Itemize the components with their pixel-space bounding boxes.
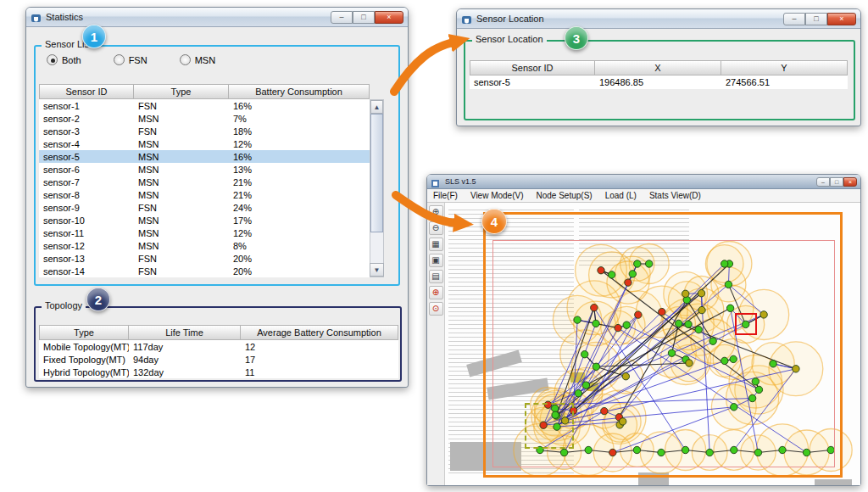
column-header[interactable]: X bbox=[595, 60, 721, 75]
select-area-icon[interactable]: ▦ bbox=[429, 238, 443, 251]
table-cell: FSN bbox=[134, 265, 229, 277]
table-row[interactable]: sensor-8MSN21% bbox=[39, 188, 370, 201]
sensor-table-scrollbar[interactable]: ▲ ▼ bbox=[370, 99, 384, 277]
sls-menubar: File(F)View Mode(V)Node Setup(S)Load (L)… bbox=[427, 189, 860, 203]
table-cell: MSN bbox=[134, 137, 229, 150]
table-cell: 94day bbox=[129, 353, 241, 366]
table-cell: 24% bbox=[229, 201, 370, 214]
java-app-icon bbox=[31, 12, 42, 23]
zoom-out-icon[interactable]: ⊖ bbox=[429, 221, 443, 235]
table-cell: 13% bbox=[229, 163, 370, 176]
table-cell: Fixed Topology(MT) bbox=[39, 353, 129, 366]
radio-msn[interactable]: MSN bbox=[180, 54, 215, 65]
table-row[interactable]: sensor-13FSN20% bbox=[39, 252, 370, 265]
table-row[interactable]: Hybrid Topology(MT)132day11 bbox=[39, 366, 398, 378]
table-cell: 20% bbox=[229, 252, 370, 265]
table-row[interactable]: Fixed Topology(MT)94day17 bbox=[39, 353, 398, 366]
table-cell: 20% bbox=[229, 265, 370, 277]
menu-node-setup-s[interactable]: Node Setup(S) bbox=[537, 191, 593, 200]
minimize-button[interactable]: – bbox=[331, 11, 353, 24]
topology-label: Topology bbox=[42, 300, 86, 310]
table-cell: sensor-5 bbox=[470, 75, 595, 89]
close-button[interactable]: × bbox=[375, 11, 403, 24]
map-canvas[interactable] bbox=[445, 203, 860, 485]
radio-label: FSN bbox=[129, 55, 147, 65]
menu-view-mode-v[interactable]: View Mode(V) bbox=[470, 191, 524, 200]
statistics-titlebar[interactable]: Statistics – □ × bbox=[26, 8, 408, 27]
column-header[interactable]: Sensor ID bbox=[470, 60, 595, 75]
table-row[interactable]: sensor-4MSN12% bbox=[39, 137, 370, 150]
table-cell: 17% bbox=[229, 214, 370, 226]
radio-dot-icon bbox=[47, 54, 58, 65]
column-header[interactable]: Sensor ID bbox=[39, 84, 134, 99]
maximize-button[interactable]: □ bbox=[353, 11, 375, 24]
radio-both[interactable]: Both bbox=[47, 54, 81, 65]
column-header[interactable]: Type bbox=[134, 84, 229, 99]
maximize-button[interactable]: □ bbox=[805, 13, 827, 25]
table-cell: FSN bbox=[134, 125, 229, 137]
menu-file-f[interactable]: File(F) bbox=[433, 191, 458, 200]
table-cell: MSN bbox=[134, 150, 229, 163]
menu-stats-view-d[interactable]: Stats View(D) bbox=[649, 191, 701, 200]
page: Statistics – □ × Sensor List BothFSNMSN … bbox=[0, 0, 868, 492]
minimize-button[interactable]: – bbox=[783, 13, 805, 25]
table-row[interactable]: sensor-3FSN18% bbox=[39, 125, 370, 137]
statistics-window-title: Statistics bbox=[46, 12, 83, 22]
remove-node-icon[interactable]: ⊙ bbox=[429, 302, 443, 316]
table-row[interactable]: sensor-11MSN12% bbox=[39, 226, 370, 239]
statistics-window: Statistics – □ × Sensor List BothFSNMSN … bbox=[25, 7, 409, 388]
zoom-in-icon[interactable]: ⊕ bbox=[429, 205, 443, 219]
table-cell: sensor-3 bbox=[39, 125, 134, 137]
table-row[interactable]: sensor-1FSN16% bbox=[39, 99, 370, 112]
sensor-location-window-title: Sensor Location bbox=[476, 14, 544, 24]
table-cell: 12 bbox=[241, 340, 398, 353]
table-row[interactable]: sensor-7MSN21% bbox=[39, 176, 370, 188]
table-cell: 7% bbox=[229, 112, 370, 125]
table-cell: sensor-13 bbox=[39, 252, 134, 265]
table-cell: 17 bbox=[241, 353, 398, 366]
table-cell: 196486.85 bbox=[595, 75, 721, 89]
table-row[interactable]: sensor-9FSN24% bbox=[39, 201, 370, 214]
table-cell: sensor-1 bbox=[39, 99, 134, 112]
column-header[interactable]: Life Time bbox=[129, 325, 241, 340]
table-row[interactable]: sensor-6MSN13% bbox=[39, 163, 370, 176]
table-row[interactable]: sensor-12MSN8% bbox=[39, 239, 370, 252]
close-button[interactable]: × bbox=[843, 177, 857, 187]
sls-titlebar[interactable]: SLS v1.5 – □ × bbox=[427, 175, 860, 189]
table-row[interactable]: sensor-10MSN17% bbox=[39, 214, 370, 226]
close-button[interactable]: × bbox=[827, 13, 856, 25]
radio-fsn[interactable]: FSN bbox=[114, 54, 147, 65]
table-cell: MSN bbox=[134, 239, 229, 252]
table-cell: sensor-10 bbox=[39, 214, 134, 226]
maximize-button[interactable]: □ bbox=[830, 177, 843, 187]
table-cell: sensor-12 bbox=[39, 239, 134, 252]
layers-icon[interactable]: ▤ bbox=[429, 270, 443, 283]
scroll-up-icon[interactable]: ▲ bbox=[370, 100, 383, 114]
table-cell: Hybrid Topology(MT) bbox=[39, 366, 129, 378]
column-header[interactable]: Battery Consumption bbox=[229, 84, 370, 99]
scrollbar-thumb[interactable] bbox=[370, 114, 383, 232]
table-cell: 21% bbox=[229, 188, 370, 201]
table-row[interactable]: sensor-5196486.85274566.51 bbox=[470, 75, 848, 89]
column-header[interactable]: Type bbox=[39, 325, 129, 340]
annotation-badge-4: 4 bbox=[481, 209, 507, 234]
java-app-icon bbox=[461, 14, 472, 25]
sensor-location-label: Sensor Location bbox=[472, 34, 547, 44]
table-row[interactable]: sensor-14FSN20% bbox=[39, 265, 370, 277]
menu-load-l[interactable]: Load (L) bbox=[605, 191, 637, 200]
add-node-icon[interactable]: ⊕ bbox=[429, 286, 443, 299]
table-cell: FSN bbox=[134, 201, 229, 214]
minimize-button[interactable]: – bbox=[816, 177, 830, 187]
column-header[interactable]: Y bbox=[721, 60, 848, 75]
sensor-location-titlebar[interactable]: Sensor Location – □ × bbox=[457, 9, 860, 29]
table-row[interactable]: Mobile Topology(MT)117day12 bbox=[39, 340, 398, 353]
scroll-down-icon[interactable]: ▼ bbox=[370, 263, 384, 277]
sensor-table: Sensor IDTypeBattery Consumptionsensor-1… bbox=[39, 84, 370, 277]
table-header-row: TypeLife TimeAverage Battery Consumption bbox=[39, 325, 398, 340]
node-box-icon[interactable]: ▣ bbox=[429, 254, 443, 267]
column-header[interactable]: Average Battery Consumption bbox=[241, 325, 398, 340]
table-row[interactable]: sensor-2MSN7% bbox=[39, 112, 370, 125]
table-header-row: Sensor IDTypeBattery Consumption bbox=[39, 84, 370, 99]
table-row[interactable]: sensor-5MSN16% bbox=[39, 150, 370, 163]
table-header-row: Sensor IDXY bbox=[470, 60, 848, 75]
